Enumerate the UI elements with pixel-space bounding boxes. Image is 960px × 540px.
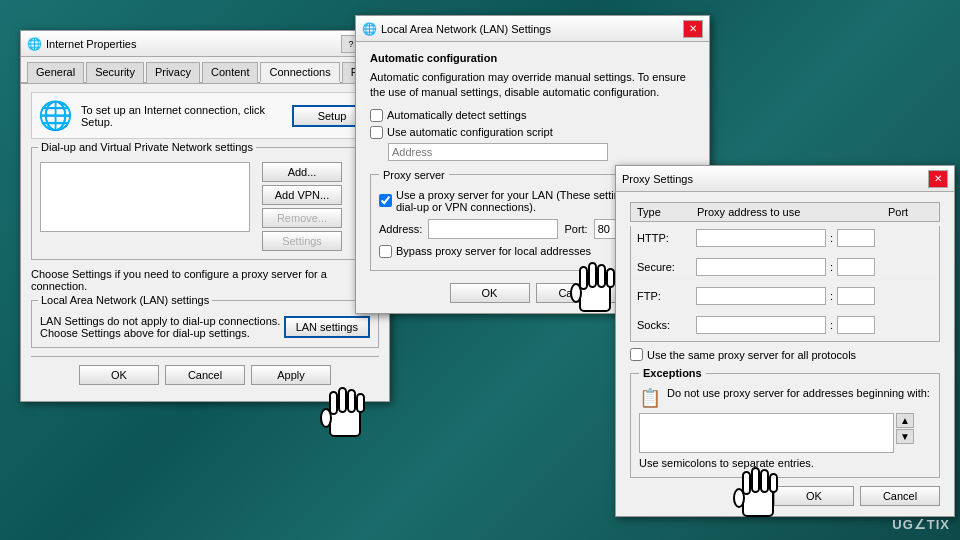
auto-config-desc: Automatic configuration may override man… xyxy=(370,70,695,101)
port-label: Port: xyxy=(564,223,587,235)
ftp-port-input[interactable] xyxy=(837,287,875,305)
secure-addr-input[interactable] xyxy=(696,258,826,276)
lan-ok-button[interactable]: OK xyxy=(450,283,530,303)
socks-addr-input[interactable] xyxy=(696,316,826,334)
secure-label: Secure: xyxy=(637,261,692,273)
tabs-bar: General Security Privacy Content Connect… xyxy=(21,57,389,84)
tab-security[interactable]: Security xyxy=(86,62,144,83)
lan-group: Local Area Network (LAN) settings LAN Se… xyxy=(31,300,379,348)
setup-text: To set up an Internet connection, click … xyxy=(81,104,284,128)
remove-button[interactable]: Remove... xyxy=(262,208,342,228)
socks-port-input[interactable] xyxy=(837,316,875,334)
same-proxy-label: Use the same proxy server for all protoc… xyxy=(647,349,856,361)
scroll-up-button[interactable]: ▲ xyxy=(896,413,914,428)
same-proxy-row: Use the same proxy server for all protoc… xyxy=(630,348,940,361)
auto-script-checkbox[interactable] xyxy=(370,126,383,139)
lan-settings-icon: 🌐 xyxy=(362,22,377,36)
proxy-table-header: Type Proxy address to use Port xyxy=(630,202,940,222)
tab-general[interactable]: General xyxy=(27,62,84,83)
address-input[interactable] xyxy=(388,143,608,161)
proxy-address-header: Proxy address to use xyxy=(697,206,888,218)
lan-settings-title: Local Area Network (LAN) Settings xyxy=(381,23,551,35)
use-proxy-checkbox[interactable] xyxy=(379,194,392,207)
proxy-settings-title: Proxy Settings xyxy=(622,173,693,185)
add-vpn-button[interactable]: Add VPN... xyxy=(262,185,342,205)
lan-close-button[interactable]: ✕ xyxy=(683,20,703,38)
secure-port-input[interactable] xyxy=(837,258,875,276)
proxy-ok-button[interactable]: OK xyxy=(774,486,854,506)
exceptions-icon: 📋 xyxy=(639,387,661,409)
proxy-cancel-button[interactable]: Cancel xyxy=(860,486,940,506)
auto-detect-row: Automatically detect settings xyxy=(370,109,695,122)
proxy-types-table: HTTP: : Secure: : FTP: : Socks: : xyxy=(630,226,940,342)
exceptions-title: Exceptions xyxy=(639,367,706,379)
cancel-button[interactable]: Cancel xyxy=(165,365,245,385)
auto-script-row: Use automatic configuration script xyxy=(370,126,695,139)
http-addr-input[interactable] xyxy=(696,229,826,247)
exceptions-hint: Use semicolons to separate entries. xyxy=(639,457,931,469)
bypass-label: Bypass proxy server for local addresses xyxy=(396,245,591,257)
lan-desc: LAN Settings do not apply to dial-up con… xyxy=(40,315,284,339)
ok-button[interactable]: OK xyxy=(79,365,159,385)
proxy-address-input[interactable] xyxy=(428,219,558,239)
proxy-desc: Choose Settings if you need to configure… xyxy=(31,268,379,292)
dialup-list[interactable] xyxy=(40,162,250,232)
bypass-checkbox[interactable] xyxy=(379,245,392,258)
tab-connections[interactable]: Connections xyxy=(260,62,339,83)
lan-settings-titlebar: 🌐 Local Area Network (LAN) Settings ✕ xyxy=(356,16,709,42)
lan-section-title: Local Area Network (LAN) settings xyxy=(38,294,212,306)
same-proxy-checkbox[interactable] xyxy=(630,348,643,361)
watermark: UG∠TIX xyxy=(892,517,950,532)
proxy-close-button[interactable]: ✕ xyxy=(928,170,948,188)
internet-props-bottom: OK Cancel Apply xyxy=(31,356,379,393)
ftp-addr-input[interactable] xyxy=(696,287,826,305)
http-label: HTTP: xyxy=(637,232,692,244)
address-label: Address: xyxy=(379,223,422,235)
auto-detect-label: Automatically detect settings xyxy=(387,109,526,121)
internet-props-titlebar: 🌐 Internet Properties ? ✕ xyxy=(21,31,389,57)
exceptions-desc: Do not use proxy server for addresses be… xyxy=(667,387,930,399)
proxy-settings-titlebar: Proxy Settings ✕ xyxy=(616,166,954,192)
lan-settings-button[interactable]: LAN settings xyxy=(284,316,370,338)
internet-props-icon: 🌐 xyxy=(27,37,42,51)
auto-detect-checkbox[interactable] xyxy=(370,109,383,122)
exceptions-textarea[interactable] xyxy=(639,413,894,453)
apply-button[interactable]: Apply xyxy=(251,365,331,385)
type-header: Type xyxy=(637,206,697,218)
http-port-input[interactable] xyxy=(837,229,875,247)
proxy-settings-window: Proxy Settings ✕ Type Proxy address to u… xyxy=(615,165,955,517)
dialup-title: Dial-up and Virtual Private Network sett… xyxy=(38,141,256,153)
auto-script-label: Use automatic configuration script xyxy=(387,126,553,138)
internet-properties-window: 🌐 Internet Properties ? ✕ General Securi… xyxy=(20,30,390,402)
dialup-group: Dial-up and Virtual Private Network sett… xyxy=(31,147,379,260)
add-button[interactable]: Add... xyxy=(262,162,342,182)
auto-config-title: Automatic configuration xyxy=(370,52,695,64)
socks-label: Socks: xyxy=(637,319,692,331)
internet-props-title: Internet Properties xyxy=(46,38,137,50)
ftp-label: FTP: xyxy=(637,290,692,302)
tab-content[interactable]: Content xyxy=(202,62,259,83)
setup-icon: 🌐 xyxy=(38,99,73,132)
lan-cancel-button[interactable]: Cancel xyxy=(536,283,616,303)
port-header: Port xyxy=(888,206,933,218)
scroll-down-button[interactable]: ▼ xyxy=(896,429,914,444)
proxy-server-legend: Proxy server xyxy=(379,169,449,181)
tab-privacy[interactable]: Privacy xyxy=(146,62,200,83)
settings-button[interactable]: Settings xyxy=(262,231,342,251)
exceptions-group: Exceptions 📋 Do not use proxy server for… xyxy=(630,367,940,478)
